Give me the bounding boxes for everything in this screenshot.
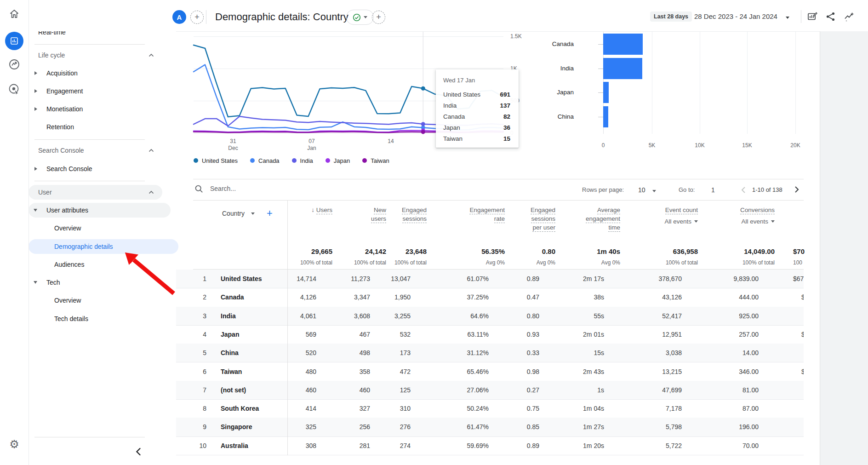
add-dimension-button[interactable]: + <box>267 207 273 219</box>
row-rank: 7 <box>194 386 206 394</box>
rows-per-page-select[interactable]: 10 <box>638 186 656 194</box>
row-country: Australia <box>221 442 248 449</box>
nav-tech-details[interactable]: Tech details <box>29 311 178 326</box>
nav-acquisition[interactable]: Acquisition <box>29 66 171 80</box>
bar[interactable] <box>603 34 643 55</box>
bar[interactable] <box>603 58 642 79</box>
nav-engagement[interactable]: Engagement <box>29 84 171 98</box>
nav-monetisation[interactable]: Monetisation <box>29 102 171 116</box>
column-header-conversions[interactable]: Conversions All events <box>740 206 775 226</box>
row-cell: 3,347 <box>354 293 370 301</box>
add-report-tab-button[interactable]: + <box>372 11 385 24</box>
nav-search-console[interactable]: Search Console <box>29 161 171 176</box>
event-count-filter[interactable]: All events <box>664 217 698 226</box>
nav-tech[interactable]: Tech <box>29 275 171 290</box>
customise-report-icon[interactable] <box>807 11 817 22</box>
table-row[interactable]: 10Australia30828127459.69%0.891m 20s5,72… <box>176 436 804 455</box>
search-input[interactable] <box>209 184 349 193</box>
legend-item[interactable]: Taiwan <box>362 157 389 164</box>
table-row[interactable]: 6Taiwan48035847265.46%0.982m 43s13,21534… <box>176 362 804 381</box>
nav-user-attributes[interactable]: User attributes <box>29 203 171 218</box>
conversions-filter[interactable]: All events <box>740 217 775 226</box>
next-page-icon[interactable] <box>794 186 799 193</box>
bar[interactable] <box>603 82 609 103</box>
row-rank: 1 <box>194 275 206 282</box>
nav-tech-overview[interactable]: Overview <box>29 293 178 308</box>
reports-icon[interactable] <box>5 32 23 50</box>
share-icon[interactable] <box>826 11 836 22</box>
nav-audiences[interactable]: Audiences <box>29 257 178 272</box>
nav-section-search-console[interactable]: Search Console <box>29 143 162 158</box>
total-sub: Avg 0% <box>601 259 620 266</box>
row-cell: 472 <box>400 368 411 375</box>
bar-category-label: India <box>514 65 574 72</box>
settings-gear-icon[interactable]: ⚙ <box>5 435 23 454</box>
row-cell: 460 <box>306 386 316 394</box>
avatar[interactable]: A <box>172 10 186 24</box>
row-rank: 10 <box>194 442 206 449</box>
legend-label: Canada <box>258 157 280 164</box>
goto-page-input[interactable]: 1 <box>711 186 715 194</box>
bar-gridline <box>700 32 700 134</box>
legend-item[interactable]: India <box>292 157 313 164</box>
row-cell: 27.06% <box>467 386 489 394</box>
home-icon[interactable] <box>5 5 23 23</box>
bar[interactable] <box>603 106 608 127</box>
previous-page-icon[interactable] <box>741 186 746 194</box>
row-cell: 257.00 <box>739 331 759 338</box>
tooltip-value: 137 <box>500 102 510 109</box>
row-cell: 65.46% <box>467 368 489 375</box>
row-cell: 3,038 <box>666 349 682 356</box>
explore-icon[interactable] <box>5 55 23 74</box>
nav-section-user[interactable]: User <box>29 185 162 200</box>
nav-retention[interactable]: Retention <box>29 120 171 134</box>
table-row[interactable]: 4Japan56946753263.11%0.932m 01s12,951257… <box>176 325 804 344</box>
table-row[interactable]: 8South Korea41432731050.24%0.751m 04s7,1… <box>176 399 804 418</box>
table-row[interactable]: 2Canada4,1263,3471,95037.25%0.4738s43,12… <box>176 288 804 307</box>
legend-dot <box>250 158 255 163</box>
legend-label: Japan <box>334 157 350 164</box>
dimension-selector[interactable]: Country + <box>222 207 273 219</box>
legend-item[interactable]: United States <box>194 157 238 164</box>
column-header-engagement-rate[interactable]: Engagementrate <box>469 206 505 223</box>
total-sub: 100% of total <box>354 259 386 266</box>
column-header-new-users[interactable]: Newusers <box>371 206 386 223</box>
expand-arrow-icon <box>34 89 37 93</box>
row-cell: 2m 17s <box>583 275 604 282</box>
report-status-pill[interactable] <box>346 10 374 25</box>
legend-item[interactable]: Japan <box>326 157 350 164</box>
table-row[interactable]: 3India4,0613,6083,25564.6%0.8055s52,4179… <box>176 307 804 326</box>
add-comparison-button[interactable]: + <box>190 11 204 24</box>
total-value: 1m 40s <box>597 247 620 255</box>
collapse-drawer-icon[interactable] <box>135 448 142 456</box>
row-country: (not set) <box>221 386 246 394</box>
row-cell: 13,215 <box>662 368 682 375</box>
table-row[interactable]: 9Singapore32525627661.47%0.851m 27s5,798… <box>176 418 804 436</box>
table-row[interactable]: 1United States14,71411,27313,04761.07%0.… <box>176 270 804 288</box>
column-header-event-count[interactable]: Event count All events <box>664 206 698 226</box>
tooltip-country: Canada <box>443 113 465 120</box>
collapse-arrow-icon <box>34 209 37 212</box>
column-header-average-engagement-time[interactable]: Averageengagementtime <box>586 206 620 232</box>
column-header-engaged-sessions[interactable]: Engagedsessions <box>402 206 427 223</box>
nav-demographic-details[interactable]: Demographic details <box>29 239 178 254</box>
table-row[interactable]: 5China52049817331.12%0.3315s3,03814.00 <box>176 344 804 362</box>
row-cell: 1s <box>597 386 604 394</box>
insights-icon[interactable] <box>844 11 854 22</box>
row-cell: 276 <box>400 423 411 431</box>
row-cell: 0.80 <box>527 312 539 320</box>
nav-section-life-cycle[interactable]: Life cycle <box>29 48 162 63</box>
date-range-selector[interactable]: 28 Dec 2023 - 24 Jan 2024 <box>694 12 789 20</box>
advertising-icon[interactable] <box>5 80 23 98</box>
nav-label: User attributes <box>46 207 88 214</box>
table-row[interactable]: 7(not set)46046012527.06%0.271s47,69981.… <box>176 381 804 400</box>
legend-item[interactable]: Canada <box>250 157 280 164</box>
column-header-engaged-sessions-per-user[interactable]: Engagedsessionsper user <box>531 206 555 232</box>
column-header-users[interactable]: ↓ Users <box>311 206 332 214</box>
nav-user-overview[interactable]: Overview <box>29 221 178 235</box>
tooltip-value: 691 <box>500 91 510 98</box>
row-cell: 50.24% <box>467 405 489 412</box>
row-country: South Korea <box>221 405 259 412</box>
tooltip-country: India <box>443 102 457 109</box>
tooltip-date: Wed 17 Jan <box>443 77 475 84</box>
